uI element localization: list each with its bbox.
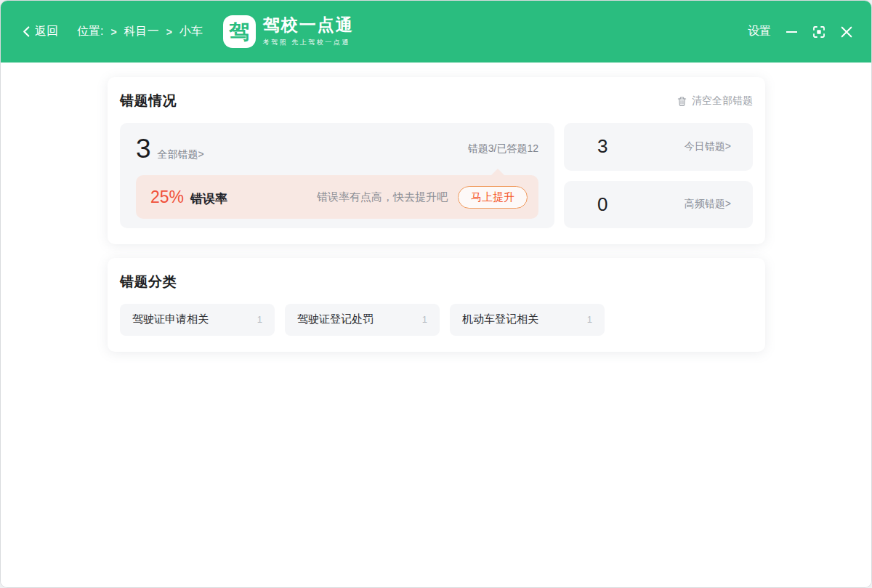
- window-controls: 设置: [748, 24, 852, 39]
- main-content: 错题情况 清空全部错题: [1, 63, 871, 588]
- today-wrong-card[interactable]: 3 今日错题>: [564, 123, 753, 171]
- app-window: 返回 位置: > 科目一 > 小车 驾 驾校一点通 考驾照 先上驾校一点通 设置: [0, 0, 872, 588]
- brand-area: 驾 驾校一点通 考驾照 先上驾校一点通: [223, 15, 354, 48]
- error-rate-value: 25%: [150, 188, 184, 207]
- brand-tagline: 考驾照 先上驾校一点通: [263, 38, 354, 47]
- today-wrong-count: 3: [597, 135, 607, 158]
- category-chip-license-registration-penalty[interactable]: 驾驶证登记处罚 1: [285, 304, 440, 336]
- breadcrumb-item-vehicle[interactable]: 小车: [179, 24, 203, 39]
- breadcrumb-prefix: 位置:: [77, 24, 103, 39]
- wrong-questions-card: 错题情况 清空全部错题: [108, 77, 765, 244]
- high-frequency-label: 高频错题>: [685, 198, 731, 211]
- clear-all-label: 清空全部错题: [692, 94, 753, 108]
- category-count: 1: [422, 314, 427, 325]
- categories-card: 错题分类 驾驶证申请相关 1 驾驶证登记处罚 1 机动车登记相关 1: [108, 258, 765, 352]
- high-frequency-count: 0: [597, 193, 607, 216]
- breadcrumb: 位置: > 科目一 > 小车: [77, 24, 203, 39]
- error-rate-label: 错误率: [190, 190, 227, 207]
- overview-panel: 3 全部错题> 错题3/已答题12 25% 错误率 错误率有点高，快去提升吧 马…: [120, 123, 554, 228]
- chevron-left-icon: [23, 26, 30, 37]
- close-button[interactable]: [841, 26, 852, 38]
- progress-label: 错题3/已答题12: [468, 142, 538, 156]
- wrong-questions-title: 错题情况: [120, 92, 177, 110]
- total-wrong-label: 全部错题>: [158, 148, 204, 161]
- minimize-button[interactable]: [786, 31, 797, 33]
- fullscreen-button[interactable]: [812, 25, 825, 39]
- category-chip-vehicle-registration[interactable]: 机动车登记相关 1: [450, 304, 605, 336]
- breadcrumb-item-subject[interactable]: 科目一: [124, 24, 159, 39]
- category-label: 驾驶证登记处罚: [297, 313, 374, 326]
- breadcrumb-separator: >: [166, 26, 172, 38]
- back-button[interactable]: 返回: [23, 24, 58, 39]
- all-wrong-questions-link[interactable]: 3 全部错题>: [136, 134, 204, 164]
- category-label: 机动车登记相关: [462, 313, 538, 326]
- back-label: 返回: [35, 24, 58, 39]
- error-rate-banner: 25% 错误率 错误率有点高，快去提升吧 马上提升: [136, 175, 538, 219]
- category-chip-license-application[interactable]: 驾驶证申请相关 1: [120, 304, 275, 336]
- category-label: 驾驶证申请相关: [132, 313, 209, 326]
- clear-all-button[interactable]: 清空全部错题: [677, 94, 753, 108]
- trash-icon: [677, 96, 687, 107]
- settings-button[interactable]: 设置: [748, 24, 771, 39]
- error-rate-hint: 错误率有点高，快去提升吧: [317, 190, 448, 204]
- categories-title: 错题分类: [120, 273, 177, 291]
- category-count: 1: [587, 314, 592, 325]
- brand-name: 驾校一点通: [263, 16, 354, 34]
- today-wrong-label: 今日错题>: [685, 140, 731, 153]
- logo-glyph: 驾: [229, 18, 249, 46]
- improve-now-button[interactable]: 马上提升: [458, 186, 528, 209]
- app-logo-icon: 驾: [223, 15, 256, 48]
- breadcrumb-separator: >: [110, 26, 116, 38]
- category-count: 1: [257, 314, 262, 325]
- high-frequency-wrong-card[interactable]: 0 高频错题>: [564, 181, 753, 229]
- total-wrong-count: 3: [136, 134, 151, 164]
- title-bar: 返回 位置: > 科目一 > 小车 驾 驾校一点通 考驾照 先上驾校一点通 设置: [1, 1, 871, 63]
